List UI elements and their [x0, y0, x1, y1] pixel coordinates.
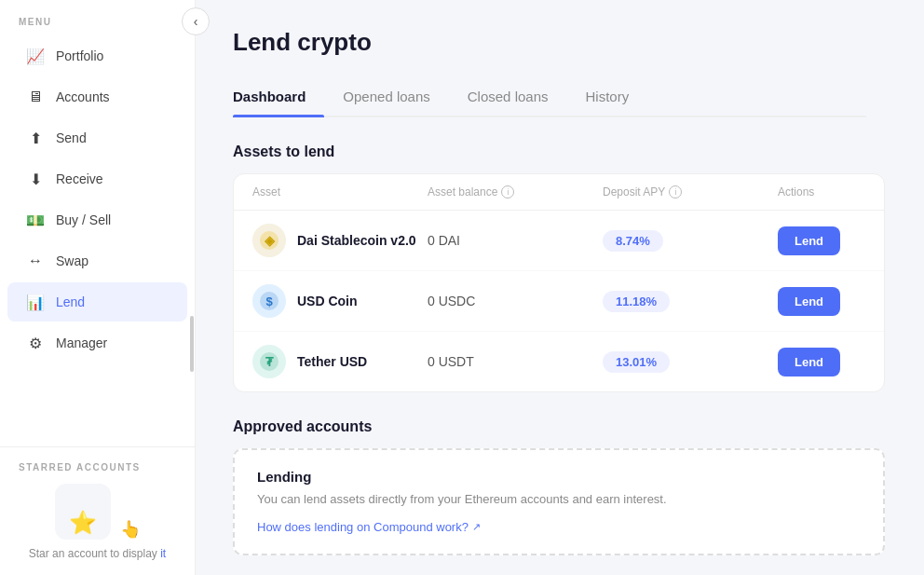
sidebar-item-label: Manager	[56, 335, 107, 350]
starred-accounts-section: STARRED ACCOUNTS ⭐ 👆 Star an account to …	[0, 446, 195, 575]
main-content: Lend crypto Dashboard Opened loans Close…	[196, 0, 904, 575]
send-icon: ⬆	[26, 129, 45, 147]
asset-cell-dai: ◈ Dai Stablecoin v2.0	[252, 224, 428, 257]
dai-action-cell: Lend	[778, 226, 865, 255]
lending-card-desc: You can lend assets directly from your E…	[257, 490, 861, 509]
usdc-balance: 0 USDC	[428, 294, 603, 308]
lend-icon: 📊	[26, 293, 45, 311]
starred-placeholder: ⭐ 👆 Star an account to display it	[19, 484, 176, 560]
back-button[interactable]: ‹	[182, 7, 210, 35]
dai-logo: ◈	[252, 224, 286, 257]
sidebar-item-label: Accounts	[56, 89, 110, 104]
table-row: ◈ Dai Stablecoin v2.0 0 DAI 8.74% Lend	[234, 211, 884, 271]
lending-card: Lending You can lend assets directly fro…	[233, 448, 885, 555]
external-link-icon: ↗	[472, 521, 481, 533]
tab-dashboard[interactable]: Dashboard	[233, 79, 324, 116]
menu-label: MENU	[0, 0, 195, 34]
usdt-logo: ₮	[252, 345, 286, 378]
sidebar-item-lend[interactable]: 📊 Lend	[7, 282, 187, 322]
svg-text:◈: ◈	[264, 233, 276, 248]
svg-text:₮: ₮	[265, 355, 274, 369]
back-chevron-icon: ‹	[194, 14, 198, 29]
usdc-lend-button[interactable]: Lend	[778, 287, 840, 316]
content-area: Lend crypto Dashboard Opened loans Close…	[196, 0, 904, 575]
svg-text:$: $	[265, 294, 273, 308]
dai-lend-button[interactable]: Lend	[778, 226, 840, 255]
header-asset: Asset	[252, 185, 428, 199]
usdt-action-cell: Lend	[778, 348, 865, 376]
table-row: ₮ Tether USD 0 USDT 13.01% Lend	[234, 332, 884, 391]
header-actions: Actions	[778, 185, 865, 199]
star-emoji: ⭐	[69, 510, 97, 536]
sidebar-item-portfolio[interactable]: 📈 Portfolio	[7, 36, 187, 75]
sidebar-item-label: Portfolio	[56, 48, 103, 63]
approved-section-title: Approved accounts	[233, 418, 885, 435]
usdt-apy: 13.01%	[603, 351, 778, 373]
starred-hint-highlight: it	[160, 547, 166, 560]
starred-label: STARRED ACCOUNTS	[19, 462, 176, 472]
usdc-logo: $	[252, 284, 286, 318]
apy-info-icon[interactable]: i	[669, 185, 682, 199]
asset-cell-usdc: $ USD Coin	[252, 284, 428, 318]
sidebar-item-buy-sell[interactable]: 💵 Buy / Sell	[7, 200, 187, 240]
approved-accounts-section: Approved accounts Lending You can lend a…	[233, 418, 885, 555]
tab-closed-loans[interactable]: Closed loans	[449, 79, 567, 116]
usdt-name: Tether USD	[297, 354, 367, 369]
usdc-apy: 11.18%	[603, 291, 778, 312]
sidebar-item-accounts[interactable]: 🖥 Accounts	[7, 77, 187, 116]
usdc-name: USD Coin	[297, 294, 358, 308]
asset-cell-usdt: ₮ Tether USD	[252, 345, 428, 378]
sidebar-item-label: Receive	[56, 171, 103, 186]
receive-icon: ⬇	[26, 170, 45, 188]
lending-card-title: Lending	[257, 469, 861, 485]
sidebar-item-label: Swap	[56, 253, 88, 268]
table-header: Asset Asset balance i Deposit APY i Acti…	[234, 174, 884, 211]
sidebar-nav: 📈 Portfolio 🖥 Accounts ⬆ Send ⬇ Receive …	[0, 34, 195, 446]
tabs: Dashboard Opened loans Closed loans Hist…	[233, 79, 866, 117]
star-placeholder-icon: ⭐	[55, 484, 111, 540]
tab-history[interactable]: History	[566, 79, 647, 116]
sidebar-item-label: Send	[56, 130, 87, 145]
portfolio-icon: 📈	[26, 47, 45, 65]
swap-icon: ↔	[26, 252, 45, 270]
compound-link[interactable]: How does lending on Compound work? ↗	[257, 520, 481, 534]
sidebar-item-receive[interactable]: ⬇ Receive	[7, 159, 187, 199]
dai-name: Dai Stablecoin v2.0	[297, 233, 416, 248]
usdt-lend-button[interactable]: Lend	[778, 348, 840, 376]
header-balance: Asset balance i	[428, 185, 603, 199]
sidebar-item-swap[interactable]: ↔ Swap	[7, 241, 187, 281]
cursor-icon: 👆	[120, 519, 141, 540]
starred-hint: Star an account to display it	[29, 547, 166, 560]
assets-section-title: Assets to lend	[233, 144, 866, 160]
accounts-icon: 🖥	[26, 88, 45, 106]
sidebar-scrollbar[interactable]	[190, 316, 194, 372]
manager-icon: ⚙	[26, 334, 45, 352]
assets-table: Asset Asset balance i Deposit APY i Acti…	[233, 173, 885, 392]
balance-info-icon[interactable]: i	[501, 185, 514, 199]
usdt-balance: 0 USDT	[428, 354, 603, 369]
sidebar-item-manager[interactable]: ⚙ Manager	[7, 323, 187, 363]
sidebar-item-label: Buy / Sell	[56, 212, 111, 227]
sidebar-item-label: Lend	[56, 294, 85, 309]
sidebar: MENU 📈 Portfolio 🖥 Accounts ⬆ Send ⬇ Rec…	[0, 0, 196, 575]
dai-balance: 0 DAI	[428, 233, 603, 248]
header-apy: Deposit APY i	[603, 185, 778, 199]
dai-apy: 8.74%	[603, 230, 778, 252]
usdc-action-cell: Lend	[778, 287, 865, 316]
tab-opened-loans[interactable]: Opened loans	[324, 79, 448, 116]
page-title: Lend crypto	[233, 28, 866, 57]
table-row: $ USD Coin 0 USDC 11.18% Lend	[234, 271, 884, 332]
sidebar-item-send[interactable]: ⬆ Send	[7, 118, 187, 157]
buy-sell-icon: 💵	[26, 211, 45, 229]
